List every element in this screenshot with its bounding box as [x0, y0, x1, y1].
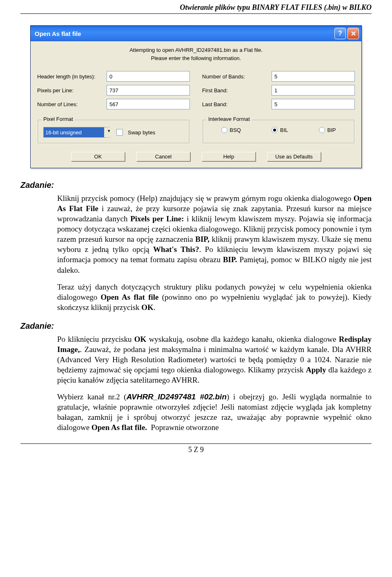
use-as-defaults-button[interactable]: Use as Defaults: [267, 152, 321, 161]
dialog-title: Open As flat file: [35, 30, 81, 37]
help-button[interactable]: Help: [202, 152, 256, 161]
pixels-per-line-input[interactable]: [107, 85, 190, 96]
number-of-lines-input[interactable]: [107, 99, 190, 109]
interleave-format-legend: Interleave Format: [207, 116, 252, 122]
bip-radio[interactable]: [319, 127, 325, 133]
last-band-input[interactable]: [272, 99, 355, 109]
number-of-bands-input[interactable]: [272, 71, 355, 82]
paragraph-2: Teraz użyj danych dotyczących struktury …: [57, 282, 372, 312]
number-of-lines-label: Number of Lines:: [37, 101, 107, 107]
titlebar-close-button[interactable]: ✕: [347, 28, 359, 39]
filename-ref: AVHRR_ID2497481 #02.bin: [127, 392, 227, 401]
last-band-label: Last Band:: [202, 101, 272, 107]
pixel-format-select[interactable]: 16-bit unsigned: [43, 127, 111, 138]
first-band-label: First Band:: [202, 87, 272, 94]
first-band-input[interactable]: [272, 85, 355, 96]
swap-bytes-label: Swap bytes: [128, 129, 155, 136]
swap-bytes-checkbox[interactable]: [116, 129, 123, 136]
open-as-flat-file-dialog: Open As flat file ? ✕ Attempting to open…: [30, 25, 362, 168]
paragraph-4: Wybierz kanał nr.2 (AVHRR_ID2497481 #02.…: [57, 392, 372, 432]
paragraph-4a: Wybierz kanał nr.2 (: [57, 392, 127, 401]
dialog-titlebar: Open As flat file ? ✕: [31, 26, 361, 41]
header-length-input[interactable]: [107, 71, 190, 82]
zadanie-label-2: Zadanie:: [20, 321, 372, 331]
pixel-format-group: Pixel Format 16-bit unsigned Swap bytes: [37, 119, 190, 144]
pixel-format-value: 16-bit unsigned: [45, 129, 82, 136]
paragraph-3: Po kliknięciu przycisku OK wyskakują, os…: [57, 334, 372, 385]
intro-line-1: Attempting to open AVHRR_ID2497481.bin a…: [37, 46, 355, 54]
page-header: Otwieranie plików typu BINARY FLAT FILES…: [20, 0, 372, 14]
page-footer: 5 Z 9: [20, 443, 372, 454]
pixels-per-line-label: Pixels per Line:: [37, 87, 107, 94]
bip-label: BIP: [327, 127, 336, 133]
ok-button[interactable]: OK: [71, 152, 125, 161]
titlebar-help-button[interactable]: ?: [334, 28, 346, 39]
pixel-format-legend: Pixel Format: [42, 116, 75, 122]
paragraph-1: Kliknij przycisk pomocy (Help) znajdując…: [57, 193, 372, 275]
bil-label: BIL: [280, 127, 288, 133]
dialog-intro: Attempting to open AVHRR_ID2497481.bin a…: [37, 46, 355, 62]
intro-line-2: Please enter the following information.: [37, 54, 355, 62]
header-length-label: Header length (in bytes):: [37, 74, 107, 80]
number-of-bands-label: Number of Bands:: [202, 74, 272, 80]
bsq-label: BSQ: [230, 127, 241, 133]
bil-radio[interactable]: [272, 127, 278, 133]
interleave-format-group: Interleave Format BSQ BIL: [202, 119, 355, 144]
bsq-radio[interactable]: [221, 127, 227, 133]
zadanie-label-1: Zadanie:: [20, 180, 372, 190]
cancel-button[interactable]: Cancel: [136, 152, 190, 161]
